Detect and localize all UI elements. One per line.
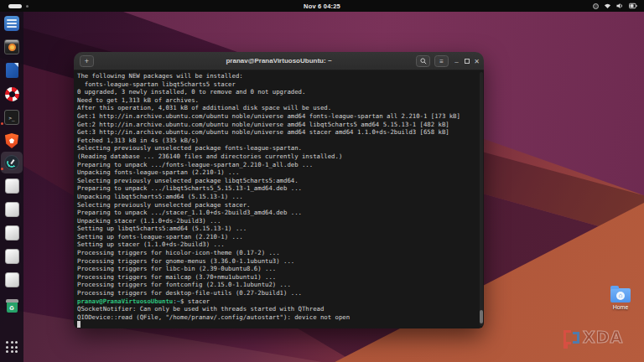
workspace-dot <box>26 5 29 8</box>
terminal-icon: >_ <box>4 110 19 125</box>
terminal-title: pranav@PranaVirtuosoUbuntu: ~ <box>226 57 331 65</box>
libreoffice-writer-icon <box>6 63 18 78</box>
workspace-indicator[interactable] <box>0 4 29 8</box>
terminal-line: Preparing to unpack .../libqt5charts5_5.… <box>77 184 480 193</box>
dock-item-trash[interactable]: ♻ <box>3 298 20 315</box>
clock[interactable]: Nov 6 04:25 <box>304 3 340 10</box>
home-folder-icon: ⌂ <box>610 288 631 303</box>
music-player-icon <box>4 39 19 54</box>
generic-app-icon <box>5 202 19 217</box>
dock-item-brave[interactable] <box>3 132 20 149</box>
terminal-line: After this operation, 4,031 kB of additi… <box>77 104 480 112</box>
trash-icon: ♻ <box>5 299 19 314</box>
terminal-output: The following NEW packages will be insta… <box>77 72 480 328</box>
generic-app-icon <box>5 272 19 287</box>
volume-icon <box>616 3 624 9</box>
terminal-line: Unpacking fonts-league-spartan (2.210-1)… <box>77 168 480 177</box>
generic-app-icon <box>5 249 19 264</box>
terminal-line: QIODevice::read (QFile, "/home/pranav/.c… <box>77 313 480 322</box>
terminal-line: The following NEW packages will be insta… <box>77 72 480 80</box>
terminal-line: Unpacking stacer (1.1.0+ds-2build3) ... <box>77 217 480 225</box>
terminal-line: Selecting previously unselected package … <box>77 201 480 209</box>
terminal-line: Selecting previously unselected package … <box>77 177 480 185</box>
terminal-line: Preparing to unpack .../fonts-league-spa… <box>77 161 480 169</box>
terminal-line: Selecting previously unselected package … <box>77 144 480 153</box>
terminal-line: Preparing to unpack .../stacer_1.1.0+ds-… <box>77 209 480 217</box>
terminal-line: Get:3 http://in.archive.ubuntu.com/ubunt… <box>77 128 480 137</box>
dock-item-libreoffice[interactable] <box>3 62 20 79</box>
terminal-line: Processing triggers for gnome-menus (3.3… <box>77 257 480 266</box>
hamburger-icon: ≡ <box>439 58 444 65</box>
search-button[interactable] <box>416 55 430 67</box>
xda-bracket-left-icon <box>564 330 571 344</box>
terminal-line: Processing triggers for libc-bin (2.39-0… <box>77 265 480 273</box>
show-applications-button[interactable] <box>3 339 20 355</box>
terminal-line: Setting up fonts-league-spartan (2.210-1… <box>77 233 480 241</box>
close-button[interactable]: ✕ <box>471 52 482 70</box>
terminal-line: Need to get 1,313 kB of archives. <box>77 96 480 105</box>
generic-app-icon <box>5 225 19 240</box>
terminal-line: Processing triggers for desktop-file-uti… <box>77 289 480 297</box>
terminal-line: fonts-league-spartan libqt5charts5 stace… <box>77 80 480 89</box>
screencast-icon <box>593 3 599 9</box>
terminal-cursor <box>77 321 80 328</box>
terminal-titlebar[interactable]: + pranav@PranaVirtuosoUbuntu: ~ ≡ – ✕ <box>74 52 484 70</box>
xda-bracket-right-icon <box>573 332 579 344</box>
battery-icon <box>629 3 637 9</box>
stacer-icon <box>4 155 19 170</box>
scrollbar-thumb[interactable] <box>480 310 483 323</box>
terminal-line <box>77 321 480 328</box>
xda-watermark: XDA <box>564 329 623 345</box>
terminal-line: Get:2 http://in.archive.ubuntu.com/ubunt… <box>77 121 480 129</box>
terminal-line: Setting up libqt5charts5:amd64 (5.15.13-… <box>77 225 480 233</box>
house-emblem-icon: ⌂ <box>616 292 625 300</box>
terminal-line: Unpacking libqt5charts5:amd64 (5.15.13-1… <box>77 193 480 201</box>
workspace-pill-active <box>8 4 22 8</box>
files-icon <box>4 16 19 31</box>
terminal-line: Processing triggers for mailcap (3.70+nm… <box>77 273 480 282</box>
system-status-area[interactable] <box>593 3 644 9</box>
dock-item-app-2[interactable] <box>3 201 20 218</box>
menu-button[interactable]: ≡ <box>434 55 449 67</box>
dock-item-app-4[interactable] <box>3 248 20 265</box>
xda-watermark-text: XDA <box>583 329 623 345</box>
dock-item-app-1[interactable] <box>3 178 20 194</box>
terminal-line: QSocketNotifier: Can only be used with t… <box>77 305 480 313</box>
dock-item-stacer[interactable] <box>3 154 20 171</box>
minimize-icon: – <box>454 58 458 65</box>
terminal-line: Setting up stacer (1.1.0+ds-2build3) ... <box>77 240 480 249</box>
running-indicator <box>1 168 3 170</box>
terminal-body[interactable]: The following NEW packages will be insta… <box>74 70 484 328</box>
dock: >_ ♻ <box>0 12 23 362</box>
dock-item-music-player[interactable] <box>3 39 20 55</box>
help-lifesaver-icon <box>5 87 19 101</box>
terminal-line: pranav@PranaVirtuosoUbuntu:~$ stacer <box>77 297 480 306</box>
search-icon <box>420 58 427 65</box>
dock-item-terminal[interactable]: >_ <box>3 109 20 126</box>
dock-item-files[interactable] <box>3 15 20 32</box>
terminal-line: Processing triggers for hicolor-icon-the… <box>77 249 480 257</box>
maximize-icon <box>465 59 470 64</box>
top-bar: Nov 6 04:25 <box>0 0 644 12</box>
terminal-line: Fetched 1,313 kB in 4s (335 kB/s) <box>77 137 480 145</box>
app-grid-icon <box>6 341 18 353</box>
desktop: Nov 6 04:25 <box>0 0 644 362</box>
brave-browser-icon <box>5 133 18 148</box>
home-icon-label: Home <box>605 304 636 310</box>
generic-app-icon <box>5 178 19 194</box>
terminal-window: + pranav@PranaVirtuosoUbuntu: ~ ≡ – ✕ Th… <box>74 52 484 328</box>
close-icon: ✕ <box>474 58 480 65</box>
terminal-scrollbar[interactable] <box>480 72 483 326</box>
terminal-line: Processing triggers for fontconfig (2.15… <box>77 281 480 289</box>
desktop-icon-home[interactable]: ⌂ Home <box>605 286 636 310</box>
terminal-line: 0 upgraded, 3 newly installed, 0 to remo… <box>77 88 480 96</box>
terminal-line: (Reading database ... 236140 files and d… <box>77 153 480 161</box>
terminal-line: Get:1 http://in.archive.ubuntu.com/ubunt… <box>77 112 480 121</box>
dock-item-help[interactable] <box>3 85 20 102</box>
dock-item-app-5[interactable] <box>3 272 20 288</box>
new-tab-button[interactable]: + <box>80 55 94 67</box>
dock-item-app-3[interactable] <box>3 225 20 241</box>
running-indicator <box>1 122 3 125</box>
wifi-icon <box>604 3 611 9</box>
